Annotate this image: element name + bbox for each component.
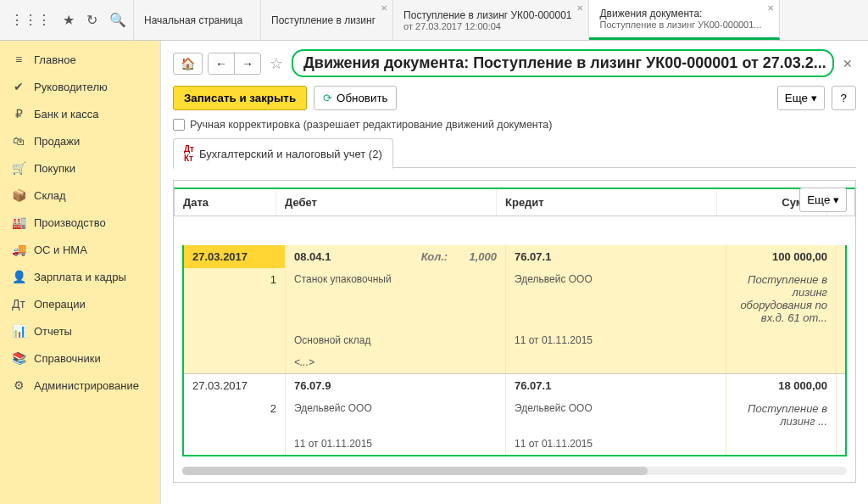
- refresh-button[interactable]: ⟳Обновить: [314, 86, 397, 110]
- sidebar-item-catalogs[interactable]: 📚Справочники: [0, 344, 160, 372]
- cell-debit-sub2: 11 от 01.11.2015: [286, 433, 506, 455]
- tab-leasing-doc[interactable]: Поступление в лизинг УК00-000001 от 27.0…: [393, 0, 589, 40]
- bag-icon: 🛍: [12, 134, 25, 148]
- back-button[interactable]: ←: [209, 53, 235, 74]
- help-button[interactable]: ?: [832, 86, 856, 110]
- manual-edit-label: Ручная корректировка (разрешает редактир…: [190, 119, 552, 131]
- horizontal-scrollbar[interactable]: [182, 467, 847, 475]
- table-row[interactable]: 27.03.2017 76.07.9 76.07.1 18 000,00: [184, 373, 845, 397]
- close-icon[interactable]: ✕: [576, 3, 583, 13]
- menu-icon: ≡: [12, 53, 25, 66]
- header-row: 🏠 ← → ☆ Движения документа: Поступление …: [173, 49, 856, 77]
- save-close-button[interactable]: Записать и закрыть: [173, 86, 307, 110]
- cell-desc: Поступление в лизинг ...: [726, 397, 837, 433]
- forward-button[interactable]: →: [235, 53, 260, 74]
- subtabs: ДтКт Бухгалтерский и налоговый учет (2): [173, 137, 856, 168]
- cell-date: 27.03.2017: [184, 374, 286, 397]
- cell-num: 1: [184, 268, 286, 329]
- cell-credit-sub1: Эдельвейс ООО: [506, 397, 726, 433]
- person-icon: 👤: [12, 270, 25, 283]
- sidebar-item-admin[interactable]: ⚙Администрирование: [0, 372, 160, 399]
- cell-credit-sub2: 11 от 01.11.2015: [506, 329, 726, 351]
- cell-credit-acc: 76.07.1: [506, 374, 726, 397]
- content: 🏠 ← → ☆ Движения документа: Поступление …: [161, 41, 868, 504]
- cell-credit-acc: 76.07.1: [506, 245, 726, 268]
- more-button[interactable]: Еще ▾: [777, 86, 825, 110]
- cell-debit-sub2: Основной склад: [286, 329, 506, 351]
- manual-edit-row: Ручная корректировка (разрешает редактир…: [173, 119, 856, 131]
- tab-movements[interactable]: Движения документа: Поступление в лизинг…: [589, 0, 779, 40]
- cell-debit-acc: 08.04.1 Кол.: 1,000: [286, 245, 506, 268]
- tab-home[interactable]: Начальная страница: [134, 0, 261, 40]
- grid-body: 27.03.2017 08.04.1 Кол.: 1,000 76.07.1 1…: [182, 245, 847, 456]
- cell-date: 27.03.2017: [184, 245, 286, 268]
- refresh-icon: ⟳: [323, 92, 332, 104]
- cell-desc: Поступление в лизинг оборудования по вх.…: [726, 268, 837, 329]
- dtkt-icon: ДтКт: [184, 144, 194, 163]
- apps-icon[interactable]: ⋮⋮⋮: [10, 12, 51, 28]
- search-icon[interactable]: 🔍: [109, 12, 126, 28]
- sidebar-item-warehouse[interactable]: 📦Склад: [0, 182, 160, 209]
- col-date: Дата: [175, 189, 276, 216]
- cell-sum: 100 000,00: [726, 245, 837, 268]
- sidebar: ≡Главное ✔Руководителю ₽Банк и касса 🛍Пр…: [0, 41, 161, 504]
- top-bar: ⋮⋮⋮ ★ ↻ 🔍 Начальная страница Поступление…: [0, 0, 868, 41]
- box-icon: 📦: [12, 188, 25, 202]
- dtkt-icon: Дт: [12, 297, 25, 311]
- books-icon: 📚: [12, 351, 25, 365]
- table-more-button[interactable]: Еще ▾: [799, 188, 847, 212]
- toolbar: Записать и закрыть ⟳Обновить Еще ▾ ?: [173, 86, 856, 110]
- home-button[interactable]: 🏠: [173, 53, 203, 75]
- col-debit: Дебет: [276, 189, 497, 216]
- cell-sum: 18 000,00: [726, 374, 837, 397]
- chart-icon: ✔: [12, 80, 25, 93]
- col-credit: Кредит: [497, 189, 717, 216]
- table-row[interactable]: <...>: [184, 351, 845, 373]
- table-row[interactable]: 2 Эдельвейс ООО Эдельвейс ООО Поступлени…: [184, 397, 845, 433]
- table-row[interactable]: Основной склад 11 от 01.11.2015: [184, 329, 845, 351]
- ruble-icon: ₽: [12, 107, 25, 120]
- sidebar-item-manager[interactable]: ✔Руководителю: [0, 73, 160, 100]
- sidebar-item-salary[interactable]: 👤Зарплата и кадры: [0, 263, 160, 290]
- sidebar-item-main[interactable]: ≡Главное: [0, 46, 160, 73]
- sidebar-item-sales[interactable]: 🛍Продажи: [0, 127, 160, 154]
- table-row[interactable]: 27.03.2017 08.04.1 Кол.: 1,000 76.07.1 1…: [184, 245, 845, 268]
- cell-debit-sub1: Станок упаковочный: [286, 268, 506, 329]
- close-icon[interactable]: ✕: [767, 3, 774, 13]
- nav-group: ← →: [208, 53, 261, 75]
- tab-accounting[interactable]: ДтКт Бухгалтерский и налоговый учет (2): [173, 138, 393, 169]
- grid-header: Дата Дебет Кредит Сумма: [174, 188, 855, 216]
- table-row[interactable]: 1 Станок упаковочный Эдельвейс ООО Посту…: [184, 268, 845, 329]
- cell-debit-acc: 76.07.9: [286, 374, 506, 397]
- cell-num: 2: [184, 397, 286, 433]
- sidebar-item-reports[interactable]: 📊Отчеты: [0, 317, 160, 344]
- sidebar-item-assets[interactable]: 🚚ОС и НМА: [0, 236, 160, 263]
- page-title: Движения документа: Поступление в лизинг…: [292, 49, 834, 77]
- sidebar-item-production[interactable]: 🏭Производство: [0, 209, 160, 236]
- main-area: ≡Главное ✔Руководителю ₽Банк и касса 🛍Пр…: [0, 41, 868, 504]
- close-icon[interactable]: ✕: [381, 3, 387, 13]
- window-tabs: Начальная страница Поступление в лизинг …: [134, 0, 868, 40]
- sidebar-item-purchases[interactable]: 🛒Покупки: [0, 154, 160, 182]
- sidebar-item-bank[interactable]: ₽Банк и касса: [0, 100, 160, 127]
- tab-leasing[interactable]: Поступление в лизинг ✕: [261, 0, 393, 40]
- manual-edit-checkbox[interactable]: [173, 119, 185, 131]
- truck-icon: 🚚: [12, 243, 25, 256]
- favorite-icon[interactable]: ☆: [270, 54, 283, 73]
- cart-icon: 🛒: [12, 161, 25, 175]
- sidebar-item-operations[interactable]: ДтОперации: [0, 290, 160, 317]
- cell-debit-sub3: <...>: [286, 351, 506, 373]
- history-icon[interactable]: ↻: [86, 12, 97, 28]
- top-quick-icons: ⋮⋮⋮ ★ ↻ 🔍: [0, 0, 134, 40]
- table-row[interactable]: 11 от 01.11.2015 11 от 01.11.2015: [184, 433, 845, 455]
- gear-icon: ⚙: [12, 378, 25, 392]
- scrollbar-thumb[interactable]: [182, 467, 648, 475]
- table-container: Еще ▾ Дата Дебет Кредит Сумма 27.03.2017…: [173, 180, 856, 483]
- factory-icon: 🏭: [12, 216, 25, 229]
- cell-credit-sub1: Эдельвейс ООО: [506, 268, 726, 329]
- star-icon[interactable]: ★: [63, 12, 75, 28]
- cell-credit-sub2: 11 от 01.11.2015: [506, 433, 726, 455]
- cell-debit-sub1: Эдельвейс ООО: [286, 397, 506, 433]
- report-icon: 📊: [12, 324, 25, 338]
- close-page-icon[interactable]: ✕: [839, 57, 856, 70]
